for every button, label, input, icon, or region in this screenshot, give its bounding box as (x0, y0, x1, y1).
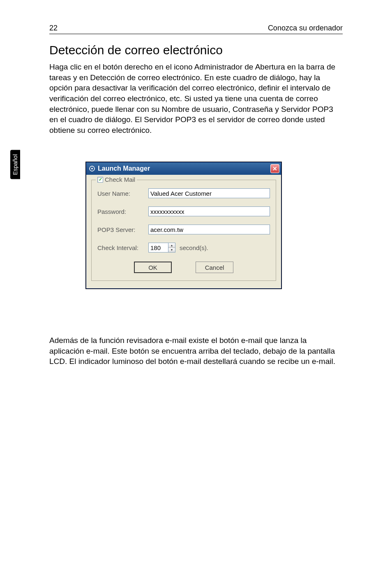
side-tab-language: Español (10, 150, 20, 179)
ok-button[interactable]: OK (134, 262, 172, 273)
username-label: User Name: (97, 190, 148, 197)
header-section-title: Conozca su ordenador (268, 24, 343, 32)
spinner-down-button[interactable]: ▼ (168, 248, 175, 253)
seconds-label: second(s). (180, 244, 208, 251)
chevron-up-icon: ▲ (171, 244, 173, 247)
dialog-button-row: OK Cancel (97, 262, 270, 273)
pop3-input[interactable] (148, 225, 270, 234)
dialog-title: Launch Manager (98, 165, 150, 172)
page-number: 22 (49, 24, 58, 32)
interval-label: Check Interval: (97, 244, 148, 251)
groupbox-legend: Check Mail (96, 176, 137, 183)
close-button[interactable]: ✕ (270, 164, 279, 173)
dialog-screenshot: Launch Manager ✕ Check Mail User Name: P… (85, 162, 282, 289)
titlebar-left: Launch Manager (89, 165, 150, 172)
spinner-buttons: ▲ ▼ (168, 243, 175, 253)
paragraph-intro: Haga clic en el botón derecho en el icon… (49, 62, 343, 135)
close-icon: ✕ (272, 165, 277, 172)
check-mail-label: Check Mail (105, 176, 135, 183)
username-input[interactable] (148, 188, 270, 198)
pop3-label: POP3 Server: (97, 226, 148, 233)
interval-input[interactable] (148, 243, 168, 253)
password-row: Password: (97, 206, 270, 216)
spinner-up-button[interactable]: ▲ (168, 243, 175, 248)
username-row: User Name: (97, 188, 270, 198)
app-icon (89, 165, 95, 172)
check-mail-checkbox[interactable] (97, 177, 103, 183)
paragraph-footer: Además de la función revisadora e-mail e… (49, 335, 343, 367)
dialog-body: Check Mail User Name: Password: POP3 Ser… (86, 175, 281, 288)
password-label: Password: (97, 208, 148, 215)
password-input[interactable] (148, 206, 270, 216)
chevron-down-icon: ▼ (171, 248, 173, 251)
svg-point-1 (91, 168, 93, 169)
header-divider (49, 34, 343, 34)
dialog-titlebar: Launch Manager ✕ (86, 162, 281, 175)
pop3-row: POP3 Server: (97, 225, 270, 234)
cancel-button[interactable]: Cancel (196, 262, 233, 273)
launch-manager-dialog: Launch Manager ✕ Check Mail User Name: P… (86, 162, 281, 289)
interval-row: Check Interval: ▲ ▼ second(s). (97, 243, 270, 253)
check-mail-groupbox: Check Mail User Name: Password: POP3 Ser… (91, 180, 276, 281)
interval-spinner: ▲ ▼ (148, 243, 175, 253)
page-title: Detección de correo electrónico (49, 43, 223, 57)
